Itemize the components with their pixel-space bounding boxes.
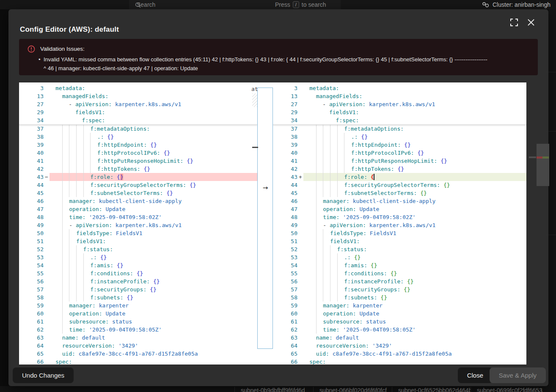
line-number[interactable]: 47 (273, 205, 297, 213)
code-line[interactable]: 52 f:status: (273, 245, 526, 253)
sticky-scroll-header[interactable]: 3 metadata:13 managedFields:27 - apiVers… (273, 82, 526, 125)
code-line[interactable]: 44 f:securityGroupSelectorTerms: {} (273, 181, 526, 189)
line-number[interactable]: 46 (273, 197, 297, 205)
code-body[interactable]: 37 f:metadataOptions:38 .: {}39 f:httpEn… (19, 125, 257, 365)
code-line[interactable]: 61 subresource: status (273, 318, 526, 326)
code-line[interactable]: 40 f:httpProtocolIPv6: {} (273, 149, 526, 157)
code-line[interactable]: 59 manager: karpenter (19, 302, 257, 310)
code-line[interactable]: 48 time: '2025-09-04T09:58:02Z' (19, 213, 257, 221)
line-number[interactable]: 65 (273, 350, 297, 358)
code-line[interactable]: 46 manager: kubectl-client-side-apply (273, 197, 526, 205)
code-line[interactable]: 60 operation: Update (273, 310, 526, 318)
code-line[interactable]: 38 .: {} (19, 133, 257, 141)
line-number[interactable]: 57 (273, 285, 297, 293)
line-number[interactable]: 27 (19, 100, 44, 108)
line-number[interactable]: 29 (273, 108, 297, 116)
code-line[interactable]: 62 time: '2025-09-04T09:58:05Z' (19, 326, 257, 334)
code-line[interactable]: 54 f:amis: {} (19, 261, 257, 269)
line-number[interactable]: 52 (19, 245, 44, 253)
code-line[interactable]: 42 f:httpTokens: {} (19, 165, 257, 173)
code-line[interactable]: 66 spec: (273, 358, 526, 365)
code-line[interactable]: 47 operation: Update (273, 205, 526, 213)
line-number[interactable]: 39 (19, 141, 44, 149)
line-number[interactable]: 60 (19, 310, 44, 318)
line-number[interactable]: 60 (273, 310, 297, 318)
code-line[interactable]: 48 time: '2025-09-04T09:58:02Z' (273, 213, 526, 221)
line-number[interactable]: 56 (273, 277, 297, 285)
line-number[interactable]: 3 (273, 84, 297, 92)
line-number[interactable]: 50 (273, 229, 297, 237)
code-line[interactable]: 55 f:conditions: {} (19, 269, 257, 277)
line-number[interactable]: 42 (273, 165, 297, 173)
line-number[interactable]: 59 (273, 302, 297, 310)
line-number[interactable]: 55 (19, 269, 44, 277)
line-number[interactable]: 38 (19, 133, 44, 141)
code-line[interactable]: 58 f:subnets: {} (19, 293, 257, 302)
line-number[interactable]: 40 (19, 149, 44, 157)
line-number[interactable]: 42 (19, 165, 44, 173)
line-number[interactable]: 37 (273, 125, 297, 133)
code-line[interactable]: 50 fieldsType: FieldsV1 (273, 229, 526, 237)
code-line[interactable]: 13 managedFields: (273, 92, 526, 100)
code-line[interactable]: 39 f:httpEndpoint: {} (19, 141, 257, 149)
code-line[interactable]: 37 f:metadataOptions: (19, 125, 257, 133)
line-number[interactable]: 53 (19, 253, 44, 261)
code-line[interactable]: 53 .: {} (273, 253, 526, 261)
line-number[interactable]: 34 (19, 116, 44, 124)
line-number[interactable]: 51 (273, 237, 297, 245)
code-line[interactable]: 3 metadata: (19, 84, 257, 92)
code-line[interactable]: 57 f:securityGroups: {} (19, 285, 257, 293)
sticky-scroll-header[interactable]: 3 metadata:13 managedFields:27 - apiVers… (19, 82, 257, 125)
line-number[interactable]: 58 (19, 293, 44, 302)
line-number[interactable]: 41 (273, 157, 297, 165)
line-number[interactable]: 41 (19, 157, 44, 165)
line-number[interactable]: 57 (19, 285, 44, 293)
line-number[interactable]: 37 (19, 125, 44, 133)
code-line[interactable]: 65 uid: c8afe97e-38cc-4f91-a767-d15f2a8f… (19, 350, 257, 358)
code-line[interactable]: 40 f:httpProtocolIPv6: {} (19, 149, 257, 157)
line-number[interactable]: 65 (19, 350, 44, 358)
line-number[interactable]: 34 (273, 116, 297, 124)
scrollbar-thumb[interactable] (537, 144, 549, 186)
code-line[interactable]: 62 time: '2025-09-04T09:58:05Z' (273, 326, 526, 334)
line-number[interactable]: 29 (19, 108, 44, 116)
line-number[interactable]: 49 (273, 221, 297, 229)
code-line[interactable]: 56 f:instanceProfile: {} (19, 277, 257, 285)
line-number[interactable]: 44 (273, 181, 297, 189)
code-line[interactable]: 54 f:amis: {} (273, 261, 526, 269)
line-number[interactable]: 43 (19, 173, 44, 181)
code-line[interactable]: 49 - apiVersion: karpenter.k8s.aws/v1 (273, 221, 526, 229)
line-number[interactable]: 47 (19, 205, 44, 213)
close-dialog-button[interactable] (527, 19, 536, 27)
line-number[interactable]: 53 (273, 253, 297, 261)
line-number[interactable]: 27 (273, 100, 297, 108)
save-apply-button[interactable]: Save & Apply (490, 367, 546, 383)
code-line[interactable]: 38 .: {} (273, 133, 526, 141)
code-line[interactable]: 29 fieldsV1: (273, 108, 526, 116)
line-number[interactable]: 43 (273, 173, 297, 181)
code-line[interactable]: 50 fieldsType: FieldsV1 (19, 229, 257, 237)
code-line[interactable]: 34 f:spec: (273, 116, 526, 124)
code-line[interactable]: 66 spec: (19, 358, 257, 365)
line-number[interactable]: 63 (19, 334, 44, 342)
line-number[interactable]: 54 (19, 261, 44, 269)
code-line[interactable]: 46 manager: kubectl-client-side-apply (19, 197, 257, 205)
code-line[interactable]: 57 f:securityGroups: {} (273, 285, 526, 293)
cluster-selector[interactable]: Cluster: anirban-singh (482, 0, 550, 9)
code-line[interactable]: 13 managedFields: (19, 92, 257, 100)
line-number[interactable]: 13 (273, 92, 297, 100)
code-line[interactable]: 41 f:httpPutResponseHopLimit: {} (273, 157, 526, 165)
code-line[interactable]: 59 manager: karpenter (273, 302, 526, 310)
line-number[interactable]: 64 (19, 342, 44, 350)
code-line[interactable]: 51 fieldsV1: (273, 237, 526, 245)
line-number[interactable]: 45 (19, 189, 44, 197)
line-number[interactable]: 64 (273, 342, 297, 350)
line-number[interactable]: 40 (273, 149, 297, 157)
line-number[interactable]: 46 (19, 197, 44, 205)
code-line[interactable]: 43−f:role: {} (19, 173, 257, 181)
code-line[interactable]: 47 operation: Update (19, 205, 257, 213)
code-line[interactable]: 55 f:conditions: {} (273, 269, 526, 277)
code-line[interactable]: 37 f:metadataOptions: (273, 125, 526, 133)
line-number[interactable]: 55 (273, 269, 297, 277)
code-line[interactable]: 3 metadata: (273, 84, 526, 92)
